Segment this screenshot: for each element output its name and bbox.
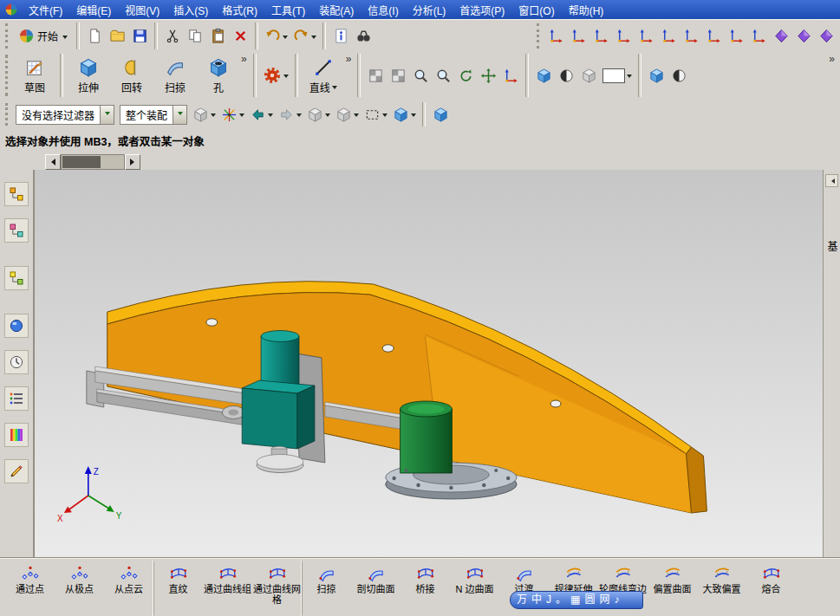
wcs-rotate-icon[interactable] xyxy=(680,24,702,48)
info-button[interactable] xyxy=(329,24,352,48)
extrude-button[interactable]: 拉伸 xyxy=(67,53,110,98)
hole-button[interactable]: 孔 xyxy=(197,53,240,98)
reuse-library-icon[interactable] xyxy=(4,314,29,338)
show-hide-icon[interactable] xyxy=(333,103,361,126)
type-filter-icon[interactable] xyxy=(190,103,218,126)
ime-fullhalf-mode[interactable]: 圆 xyxy=(584,593,595,607)
selection-filter-dropdown[interactable] xyxy=(100,106,114,124)
section-surface-button[interactable]: 剖切曲面 xyxy=(351,561,400,616)
ime-lang-mode[interactable]: 中 xyxy=(531,593,542,607)
marquee-select-icon[interactable] xyxy=(361,103,390,126)
ime-net-mode[interactable]: 网 xyxy=(599,593,609,607)
menu-item[interactable]: 插入(S) xyxy=(166,0,215,20)
menu-item[interactable]: 视图(V) xyxy=(118,0,166,20)
datum-csys-icon[interactable] xyxy=(612,24,635,48)
vector-constructor-icon[interactable] xyxy=(725,24,747,48)
wireframe-display-icon[interactable] xyxy=(577,64,600,88)
toolbar-grip[interactable] xyxy=(537,23,542,49)
selection-scope-dropdown[interactable] xyxy=(173,106,186,124)
through-curve-mesh-button[interactable]: 通过曲线网格 xyxy=(252,561,302,616)
redo-button[interactable] xyxy=(290,24,319,48)
highlight-hidden-edges-icon[interactable] xyxy=(304,103,333,126)
ime-sound-icon[interactable]: ♪ xyxy=(614,593,619,607)
wcs-dynamics-icon[interactable] xyxy=(499,64,522,88)
selection-scope-combo[interactable]: 整个装配 xyxy=(120,105,187,125)
rough-offset-button[interactable]: 大致偏置 xyxy=(697,561,746,616)
sketch-button[interactable]: 草图 xyxy=(13,53,56,98)
plane-constructor-icon[interactable] xyxy=(747,24,770,48)
n-sided-surface-button[interactable]: N 边曲面 xyxy=(450,561,499,616)
shaded-display-icon[interactable] xyxy=(555,64,577,88)
constraint-navigator-icon[interactable] xyxy=(4,218,29,243)
toolbar-grip[interactable] xyxy=(5,103,10,126)
bolt-hole[interactable] xyxy=(550,400,561,407)
wcs-triad[interactable]: Z X Y xyxy=(57,466,122,523)
wcs-origin-icon[interactable] xyxy=(657,24,680,48)
pane-scrollbar[interactable] xyxy=(45,154,140,168)
history-icon[interactable] xyxy=(4,350,29,374)
zoom-in-out-icon[interactable] xyxy=(432,64,454,88)
scroll-track[interactable] xyxy=(61,154,125,170)
scroll-left-button[interactable] xyxy=(45,154,61,170)
palette-icon[interactable] xyxy=(4,423,29,447)
assembly-navigator-icon[interactable] xyxy=(4,182,29,206)
ime-punct-mode[interactable]: 。 xyxy=(556,593,566,607)
through-curves-button[interactable]: 通过曲线组 xyxy=(203,561,252,616)
orient-view-button[interactable] xyxy=(429,103,452,126)
isometric-view-icon[interactable] xyxy=(532,64,555,88)
delete-button[interactable] xyxy=(229,24,251,48)
offset-surface-button[interactable]: 偏置曲面 xyxy=(648,561,697,616)
measure-distance-icon[interactable] xyxy=(770,24,792,48)
graphics-viewport[interactable]: Z X Y xyxy=(34,170,823,561)
save-button[interactable] xyxy=(128,24,151,48)
shaded-with-edges-icon[interactable] xyxy=(645,64,667,88)
find-button[interactable] xyxy=(352,24,374,48)
menu-item[interactable]: 窗口(O) xyxy=(511,0,561,20)
line-button[interactable]: 直线 xyxy=(302,53,345,98)
datum-plane-icon[interactable] xyxy=(589,24,612,48)
point-constructor-icon[interactable] xyxy=(635,24,657,48)
ruled-button[interactable]: 直纹 xyxy=(153,561,203,616)
swept-button[interactable]: 扫掠 xyxy=(302,561,351,616)
measure-angle-icon[interactable] xyxy=(792,24,815,48)
menu-item[interactable]: 文件(F) xyxy=(22,0,69,20)
bolt-hole[interactable] xyxy=(382,345,394,352)
details-panel-icon[interactable] xyxy=(4,386,29,411)
rotate-view-icon[interactable] xyxy=(454,64,477,88)
from-poles-button[interactable]: 从极点 xyxy=(55,561,104,616)
menu-item[interactable]: 首选项(P) xyxy=(453,0,511,20)
ime-shape-mode[interactable]: J xyxy=(546,593,551,607)
paste-button[interactable] xyxy=(206,24,229,48)
part-navigator-icon[interactable] xyxy=(4,266,29,290)
toolbar-grip[interactable] xyxy=(5,23,10,49)
ime-softkeyboard-icon[interactable]: ▦ xyxy=(570,593,580,607)
undo-button[interactable] xyxy=(262,24,290,48)
menu-item[interactable]: 工具(T) xyxy=(264,0,312,20)
roles-icon[interactable] xyxy=(4,459,29,483)
fuse-button[interactable]: 熔合 xyxy=(746,561,796,616)
snap-point-menu-icon[interactable] xyxy=(218,103,247,126)
menu-item[interactable]: 帮助(H) xyxy=(562,0,611,20)
toolbar-grip[interactable] xyxy=(5,55,10,96)
menu-item[interactable]: 分析(L) xyxy=(406,0,453,20)
wcs-orient-icon[interactable] xyxy=(702,24,725,48)
overflow-chevron[interactable]: » xyxy=(828,51,837,65)
selection-filter-combo[interactable]: 没有选择过滤器 xyxy=(16,105,114,125)
datum-axis-icon[interactable] xyxy=(567,24,589,48)
from-point-cloud-button[interactable]: 从点云 xyxy=(104,561,153,616)
menu-item[interactable]: 格式(R) xyxy=(215,0,264,20)
scale-icon[interactable] xyxy=(815,24,837,48)
open-file-button[interactable] xyxy=(106,24,128,48)
fit-window-icon[interactable] xyxy=(364,64,387,88)
snap-point-icon[interactable] xyxy=(544,24,567,48)
work-view-icon[interactable] xyxy=(390,103,419,126)
pan-view-icon[interactable] xyxy=(477,64,499,88)
menu-item[interactable]: 装配(A) xyxy=(312,0,361,20)
scroll-right-button[interactable] xyxy=(125,154,140,170)
ime-logo[interactable]: 万 xyxy=(517,593,527,607)
menu-item[interactable]: 编辑(E) xyxy=(69,0,118,20)
next-selection-icon[interactable] xyxy=(276,103,304,126)
through-points-button[interactable]: 通过点 xyxy=(5,561,55,616)
gear-button[interactable] xyxy=(260,61,291,90)
collapse-panel-button[interactable] xyxy=(825,174,838,187)
